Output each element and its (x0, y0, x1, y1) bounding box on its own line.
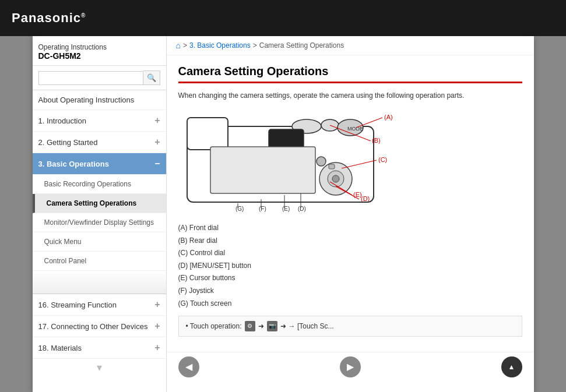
expand-icon-getting-started: + (154, 137, 160, 147)
part-item-F: (F) Joystick (178, 285, 522, 298)
svg-text:(C): (C) (378, 156, 387, 163)
expand-icon-connecting: + (154, 321, 160, 331)
expand-icon-streaming: + (154, 299, 160, 310)
svg-rect-12 (329, 164, 335, 169)
doc-title: DC-GH5M2 (38, 51, 160, 61)
expand-icon-basic-ops: − (154, 158, 160, 169)
camera-svg: MODE (178, 109, 412, 220)
sidebar-fade (33, 271, 166, 294)
svg-text:(G): (G) (235, 206, 244, 212)
svg-text:(D): (D) (298, 206, 306, 212)
touch-bullet: • Touch operation: (186, 322, 242, 330)
svg-text:(B): (B) (372, 137, 381, 144)
search-bar: 🔍 (33, 66, 166, 90)
part-item-E: (E) Cursor buttons (178, 272, 522, 285)
search-button[interactable]: 🔍 (143, 70, 160, 85)
app-container: Panasonic® Operating Instructions DC-GH5… (0, 0, 566, 392)
parts-list: (A) Front dial (B) Rear dial (C) Control… (178, 222, 522, 310)
sidebar-item-camera-setting[interactable]: Camera Setting Operations (33, 194, 166, 213)
scroll-indicator: ▾ (33, 359, 166, 376)
svg-text:MODE: MODE (347, 126, 363, 132)
icon-gear: ⚙ (245, 321, 255, 331)
title-divider (178, 82, 522, 83)
intro-text: When changing the camera settings, opera… (178, 90, 522, 101)
part-item-D: (D) [MENU/SET] button (178, 260, 522, 273)
sidebar-item-connecting[interactable]: 17. Connecting to Other Devices + (33, 316, 166, 337)
part-item-A: (A) Front dial (178, 222, 522, 235)
search-input[interactable] (38, 71, 143, 85)
svg-text:(F): (F) (259, 206, 266, 212)
sidebar-item-intro[interactable]: 1. Introduction + (33, 110, 166, 132)
sidebar-item-streaming[interactable]: 16. Streaming Function + (33, 294, 166, 316)
brand-logo: Panasonic® (12, 10, 86, 26)
svg-point-11 (317, 157, 326, 166)
sidebar-item-about[interactable]: About Operating Instructions (33, 90, 166, 110)
touch-row: • Touch operation: ⚙ ➜ 📷 ➜ → [Touch Sc..… (186, 321, 515, 331)
sidebar-item-materials[interactable]: 18. Materials + (33, 337, 166, 359)
next-button[interactable]: ▶ (340, 356, 361, 377)
arrow-1: ➜ (258, 322, 264, 330)
expand-icon-intro: + (154, 115, 160, 126)
part-item-G: (G) Touch screen (178, 298, 522, 310)
main-area: Operating Instructions DC-GH5M2 🔍 About … (33, 36, 534, 392)
arrow-2: ➜ (280, 322, 286, 330)
content-body: Camera Setting Operations When changing … (167, 55, 534, 346)
home-icon[interactable]: ⌂ (176, 41, 181, 50)
top-bar: Panasonic® (0, 0, 566, 36)
svg-text:(E): (E) (353, 191, 362, 198)
svg-point-10 (332, 175, 339, 182)
sidebar-item-quick-menu[interactable]: Quick Menu (33, 232, 166, 252)
bottom-nav: ◀ ▶ ▲ (167, 352, 534, 381)
doc-label: Operating Instructions (38, 43, 160, 51)
expand-icon-materials: + (154, 342, 160, 353)
camera-diagram: MODE (178, 109, 400, 214)
sidebar-item-basic-ops[interactable]: 3. Basic Operations − (33, 153, 166, 175)
content-area: ⌂ > 3. Basic Operations > Camera Setting… (167, 36, 534, 392)
sidebar-item-monitor-vf[interactable]: Monitor/Viewfinder Display Settings (33, 213, 166, 232)
breadcrumb: ⌂ > 3. Basic Operations > Camera Setting… (167, 36, 534, 55)
touch-trail: → [Touch Sc... (289, 322, 334, 330)
page-title: Camera Setting Operations (178, 65, 522, 78)
part-item-C: (C) Control dial (178, 247, 522, 260)
svg-text:(A): (A) (384, 114, 393, 121)
top-button[interactable]: ▲ (501, 356, 522, 377)
sidebar-header: Operating Instructions DC-GH5M2 (33, 36, 166, 66)
sidebar-item-control-panel[interactable]: Control Panel (33, 252, 166, 271)
sidebar-item-basic-recording[interactable]: Basic Recording Operations (33, 175, 166, 194)
part-item-B: (B) Rear dial (178, 235, 522, 248)
svg-rect-1 (187, 118, 228, 150)
breadcrumb-basic-ops[interactable]: 3. Basic Operations (189, 41, 251, 50)
svg-text:(E): (E) (282, 206, 290, 212)
breadcrumb-current: Camera Setting Operations (259, 41, 344, 50)
sidebar: Operating Instructions DC-GH5M2 🔍 About … (33, 36, 167, 392)
svg-rect-7 (210, 147, 315, 193)
icon-camera: 📷 (267, 321, 277, 331)
touch-section: • Touch operation: ⚙ ➜ 📷 ➜ → [Touch Sc..… (178, 316, 522, 337)
prev-button[interactable]: ◀ (178, 356, 199, 377)
svg-text:(D): (D) (361, 195, 370, 202)
sidebar-item-getting-started[interactable]: 2. Getting Started + (33, 132, 166, 153)
